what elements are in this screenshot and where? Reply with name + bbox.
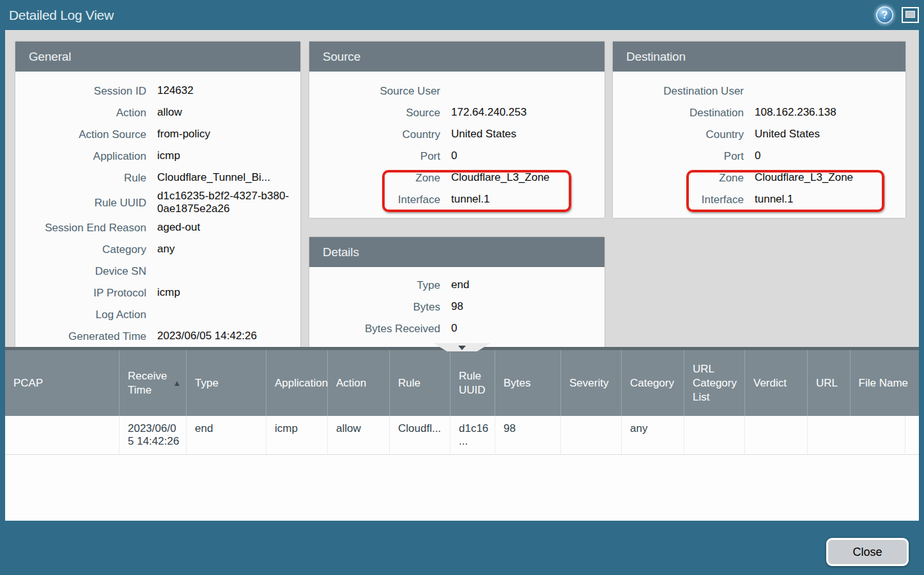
- field-value: allow: [157, 106, 182, 119]
- field-value: end: [451, 279, 469, 291]
- panel-destination-header: Destination: [613, 42, 905, 72]
- detail-panels-area: General Session ID 124632 Action allow A…: [5, 30, 919, 347]
- field-label: Session End Reason: [15, 222, 146, 234]
- log-cell: [5, 416, 119, 454]
- help-icon[interactable]: ?: [876, 6, 893, 24]
- column-header[interactable]: PCAP: [5, 350, 119, 416]
- panel-destination: Destination Destination User Destination…: [613, 42, 905, 218]
- column-label: Severity: [569, 376, 608, 390]
- log-cell: 2023/06/05 14:42:26: [119, 416, 187, 454]
- panel-title: Source: [323, 50, 360, 64]
- field-value: United States: [451, 128, 516, 141]
- column-header[interactable]: Action: [328, 350, 390, 416]
- field-value: icmp: [157, 286, 180, 299]
- field-row: Generated Time 2023/06/05 14:42:26: [15, 325, 300, 347]
- panel-details: Details Type end Bytes 98 Bytes Received…: [309, 237, 604, 347]
- collapse-arrow-icon: [458, 346, 466, 350]
- field-value: tunnel.1: [451, 193, 490, 206]
- field-label: Rule UUID: [15, 197, 146, 209]
- column-header[interactable]: Type: [187, 350, 266, 416]
- panel-destination-body: Destination User Destination 108.162.236…: [613, 72, 905, 210]
- field-row: Session End Reason aged-out: [15, 217, 300, 238]
- field-row: Source User: [309, 80, 604, 102]
- field-label: Rule: [15, 172, 146, 184]
- column-header[interactable]: Severity: [561, 350, 622, 416]
- field-label: Port: [613, 150, 744, 162]
- field-label: Interface: [309, 194, 440, 206]
- dialog-title: Detailed Log View: [9, 8, 114, 23]
- log-cell: 98: [495, 416, 561, 454]
- field-label: Country: [309, 128, 440, 141]
- column-header[interactable]: Category: [622, 350, 684, 416]
- column-header[interactable]: URL Category List: [684, 350, 745, 416]
- field-label: IP Protocol: [15, 287, 146, 299]
- panel-details-header: Details: [309, 237, 604, 267]
- field-label: Session ID: [15, 85, 146, 97]
- column-header[interactable]: URL: [808, 350, 851, 416]
- panel-title: General: [29, 50, 71, 64]
- panel-general: General Session ID 124632 Action allow A…: [15, 42, 300, 347]
- log-row[interactable]: 2023/06/05 14:42:26 end icmp allow Cloud…: [5, 416, 919, 455]
- field-label: Log Action: [15, 309, 146, 321]
- field-label: Action Source: [15, 128, 146, 141]
- field-row: Device SN: [15, 260, 300, 282]
- column-header[interactable]: Bytes: [495, 350, 561, 416]
- field-row: Rule Cloudflare_Tunnel_Bi...: [15, 167, 300, 188]
- field-row: Destination 108.162.236.138: [613, 102, 905, 123]
- maximize-icon[interactable]: [902, 7, 919, 23]
- column-label: Rule: [398, 376, 420, 390]
- panel-general-body: Session ID 124632 Action allow Action So…: [15, 72, 300, 347]
- panel-details-body: Type end Bytes 98 Bytes Received 0: [309, 267, 604, 339]
- column-label: URL: [816, 376, 838, 390]
- field-value: 2023/06/05 14:42:26: [157, 330, 257, 342]
- panel-source-body: Source User Source 172.64.240.253 Countr…: [309, 72, 604, 210]
- log-cell: [905, 416, 919, 454]
- field-label: Bytes Received: [309, 323, 440, 335]
- field-value: United States: [755, 128, 820, 141]
- column-label: URL Category List: [693, 362, 737, 404]
- field-value: 0: [755, 150, 760, 162]
- field-row: Country United States: [613, 123, 905, 145]
- panel-general-header: General: [15, 42, 300, 72]
- column-label: Rule UUID: [459, 369, 486, 397]
- field-row: Action allow: [15, 102, 300, 123]
- panel-title: Details: [323, 245, 359, 259]
- field-label: Source User: [309, 85, 440, 97]
- column-header[interactable]: Rule: [390, 350, 450, 416]
- field-row: Category any: [15, 238, 300, 260]
- field-value: Cloudflare_L3_Zone: [755, 171, 853, 184]
- log-cell: [561, 416, 622, 454]
- field-label: Source: [309, 107, 440, 119]
- field-label: Port: [309, 150, 440, 162]
- log-cell: d1c16...: [450, 416, 495, 454]
- field-row: Bytes 98: [309, 296, 604, 318]
- log-cell: [808, 416, 905, 454]
- field-value: any: [157, 243, 174, 256]
- maximize-icon-inner: [905, 11, 915, 18]
- field-value: from-policy: [157, 128, 210, 141]
- column-label: Application: [275, 376, 328, 390]
- column-header[interactable]: Application: [266, 350, 328, 416]
- column-header[interactable]: Verdict: [745, 350, 808, 416]
- column-header[interactable]: File Name: [851, 350, 919, 416]
- column-header[interactable]: Rule UUID: [450, 350, 495, 416]
- field-value: Cloudflare_L3_Zone: [451, 171, 550, 184]
- field-row: Destination User: [613, 80, 905, 102]
- field-label: Device SN: [15, 265, 146, 277]
- field-row: Zone Cloudflare_L3_Zone: [309, 167, 604, 188]
- close-button[interactable]: Close: [826, 538, 909, 566]
- log-cell: any: [622, 416, 684, 454]
- field-label: Type: [309, 279, 440, 291]
- field-row: Bytes Received 0: [309, 318, 604, 339]
- log-cell: [684, 416, 745, 454]
- field-label: Bytes: [309, 301, 440, 313]
- field-value: tunnel.1: [755, 193, 794, 206]
- column-header[interactable]: Receive Time ▲: [119, 350, 187, 416]
- field-row: Interface tunnel.1: [613, 188, 905, 210]
- titlebar-icons: ?: [876, 0, 919, 30]
- column-label: Bytes: [504, 376, 531, 390]
- log-cell: end: [187, 416, 266, 454]
- field-label: Interface: [613, 194, 744, 206]
- field-label: Zone: [309, 172, 440, 184]
- log-table-header: PCAP Receive Time ▲ Type Application Act…: [5, 350, 919, 416]
